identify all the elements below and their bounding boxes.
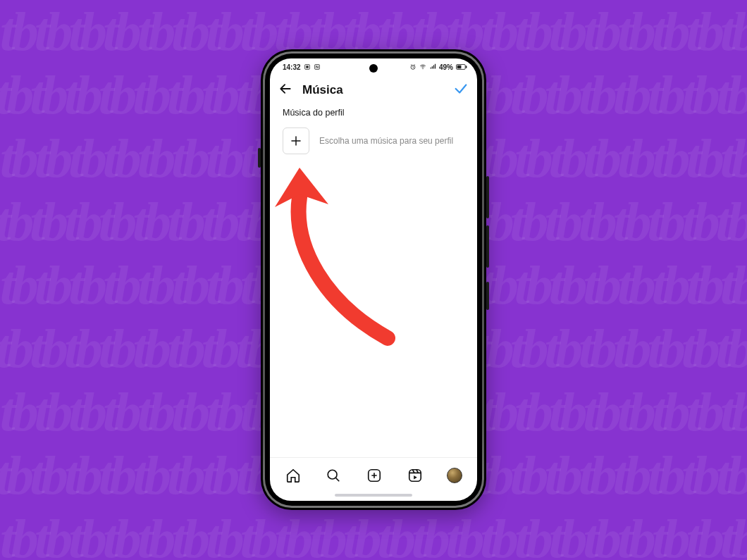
search-icon bbox=[326, 468, 341, 483]
front-camera bbox=[369, 64, 378, 73]
alarm-icon bbox=[409, 63, 416, 70]
create-icon bbox=[366, 468, 382, 483]
phone-side-button bbox=[486, 225, 489, 268]
signal-icon bbox=[429, 63, 436, 70]
phone-frame: 14:32 49% bbox=[261, 49, 486, 510]
nav-search[interactable] bbox=[325, 467, 342, 484]
home-indicator bbox=[270, 492, 477, 501]
bottom-nav bbox=[270, 457, 477, 492]
svg-rect-10 bbox=[409, 469, 421, 481]
nav-home[interactable] bbox=[285, 467, 302, 484]
home-icon bbox=[285, 468, 301, 483]
app-header: Música bbox=[270, 75, 477, 105]
battery-text: 49% bbox=[439, 63, 453, 71]
svg-rect-1 bbox=[306, 66, 308, 68]
svg-rect-6 bbox=[466, 66, 467, 68]
svg-point-8 bbox=[328, 470, 338, 479]
reels-icon bbox=[407, 468, 423, 483]
screenshot-icon bbox=[304, 63, 311, 70]
nav-reels[interactable] bbox=[407, 467, 424, 484]
phone-side-button bbox=[486, 176, 489, 218]
add-music-hint: Escolha uma música para seu perfil bbox=[319, 136, 453, 146]
add-music-row: Escolha uma música para seu perfil bbox=[283, 127, 464, 154]
svg-point-4 bbox=[422, 68, 423, 69]
phone-screen: 14:32 49% bbox=[270, 58, 477, 501]
wifi-icon bbox=[419, 63, 426, 70]
svg-rect-7 bbox=[457, 66, 462, 69]
confirm-button[interactable] bbox=[453, 81, 469, 99]
back-button[interactable] bbox=[278, 82, 292, 99]
section-label: Música do perfil bbox=[283, 108, 464, 118]
nfc-icon bbox=[314, 63, 321, 70]
add-music-button[interactable] bbox=[283, 127, 309, 154]
nav-profile-avatar[interactable] bbox=[447, 468, 462, 483]
phone-side-button bbox=[486, 282, 489, 310]
status-time: 14:32 bbox=[283, 63, 301, 71]
page-title: Música bbox=[302, 83, 443, 97]
battery-icon bbox=[456, 63, 467, 70]
content-area: Música do perfil Escolha uma música para… bbox=[270, 105, 477, 457]
nav-create[interactable] bbox=[366, 467, 383, 484]
plus-icon bbox=[290, 135, 302, 147]
